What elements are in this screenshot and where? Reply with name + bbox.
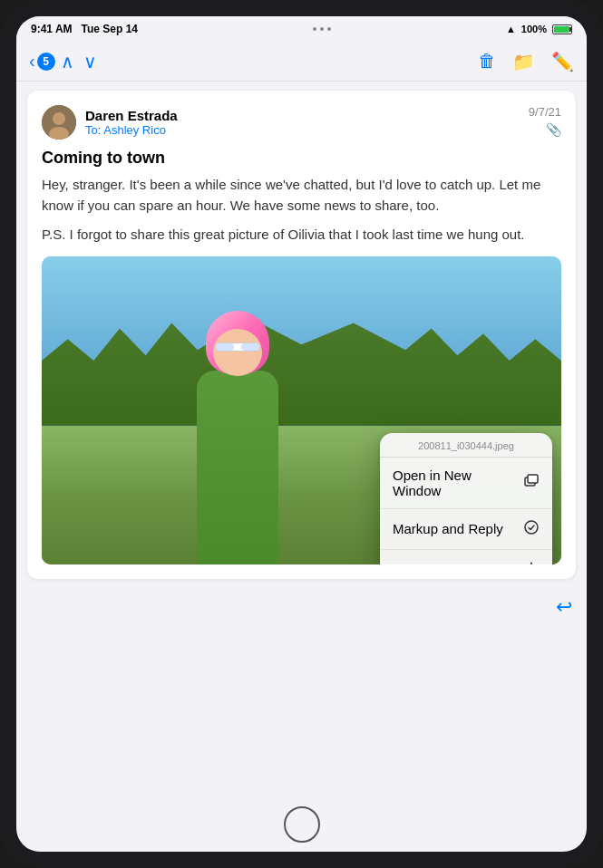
- battery-icon: [552, 24, 572, 34]
- delete-button[interactable]: 🗑: [478, 51, 496, 72]
- device-frame: 9:41 AM Tue Sep 14 ▲ 100% ‹: [0, 0, 603, 868]
- sender-to[interactable]: To: Ashley Rico: [85, 123, 178, 137]
- toolbar: ‹ 5 ∧ ∨ 🗑 📁 ✏️: [16, 42, 587, 82]
- context-menu-filename: 200811_i030444.jpeg: [380, 433, 552, 458]
- down-arrow-button[interactable]: ∨: [83, 51, 97, 72]
- image-container: 200811_i030444.jpeg Open in New Window: [42, 256, 561, 564]
- compose-button[interactable]: ✏️: [551, 51, 574, 72]
- wifi-icon: ▲: [506, 24, 516, 34]
- body-paragraph-1: Hey, stranger. It's been a while since w…: [42, 175, 561, 216]
- svg-rect-4: [528, 475, 538, 483]
- nav-arrows: ∧ ∨: [61, 51, 97, 72]
- menu-item-save-image[interactable]: Save Image: [380, 550, 552, 564]
- markup-reply-icon: [523, 519, 540, 539]
- reply-area: ↩: [16, 588, 587, 626]
- reply-button[interactable]: ↩: [556, 595, 572, 619]
- menu-item-markup-reply[interactable]: Markup and Reply: [380, 509, 552, 550]
- toolbar-left: ‹ 5 ∧ ∨: [29, 51, 97, 72]
- save-image-label: Save Image: [393, 562, 465, 564]
- email-subject: Coming to town: [42, 149, 561, 168]
- email-meta: 9/7/21 📎: [529, 105, 561, 137]
- email-date: 9/7/21: [529, 105, 561, 119]
- attachment-icon: 📎: [546, 122, 561, 137]
- ellipsis-dots: [313, 27, 331, 31]
- back-chevron-icon: ‹: [29, 51, 35, 72]
- unread-badge: 5: [37, 53, 55, 71]
- email-image[interactable]: 200811_i030444.jpeg Open in New Window: [42, 256, 561, 564]
- status-right: ▲ 100%: [506, 24, 572, 34]
- sender-info: Daren Estrada To: Ashley Rico: [42, 105, 178, 140]
- toolbar-right: 🗑 📁 ✏️: [478, 51, 574, 72]
- markup-reply-label: Markup and Reply: [393, 521, 503, 536]
- screen: 9:41 AM Tue Sep 14 ▲ 100% ‹: [16, 16, 587, 852]
- avatar: [42, 105, 76, 140]
- body-paragraph-2: P.S. I forgot to share this great pictur…: [42, 225, 561, 246]
- svg-point-1: [53, 112, 65, 125]
- email-body: Hey, stranger. It's been a while since w…: [42, 175, 561, 246]
- open-new-window-label: Open in New Window: [393, 468, 523, 498]
- menu-item-open-new-window[interactable]: Open in New Window: [380, 458, 552, 509]
- email-header: Daren Estrada To: Ashley Rico 9/7/21 📎: [42, 105, 561, 140]
- open-new-window-icon: [523, 473, 540, 493]
- sender-name: Daren Estrada: [85, 108, 178, 123]
- sender-details: Daren Estrada To: Ashley Rico: [85, 108, 178, 137]
- save-image-icon: [523, 560, 540, 564]
- home-button[interactable]: [284, 806, 320, 843]
- status-left: 9:41 AM Tue Sep 14: [31, 23, 138, 35]
- up-arrow-button[interactable]: ∧: [61, 51, 74, 72]
- folder-button[interactable]: 📁: [512, 51, 535, 72]
- time: 9:41 AM: [31, 23, 73, 35]
- status-bar: 9:41 AM Tue Sep 14 ▲ 100%: [16, 16, 587, 42]
- svg-point-5: [525, 521, 538, 534]
- back-button[interactable]: ‹ 5: [29, 51, 55, 72]
- context-menu: 200811_i030444.jpeg Open in New Window: [380, 433, 552, 564]
- battery-percent: 100%: [521, 24, 547, 34]
- email-content: Daren Estrada To: Ashley Rico 9/7/21 📎 C…: [27, 91, 576, 579]
- date: Tue Sep 14: [82, 23, 138, 35]
